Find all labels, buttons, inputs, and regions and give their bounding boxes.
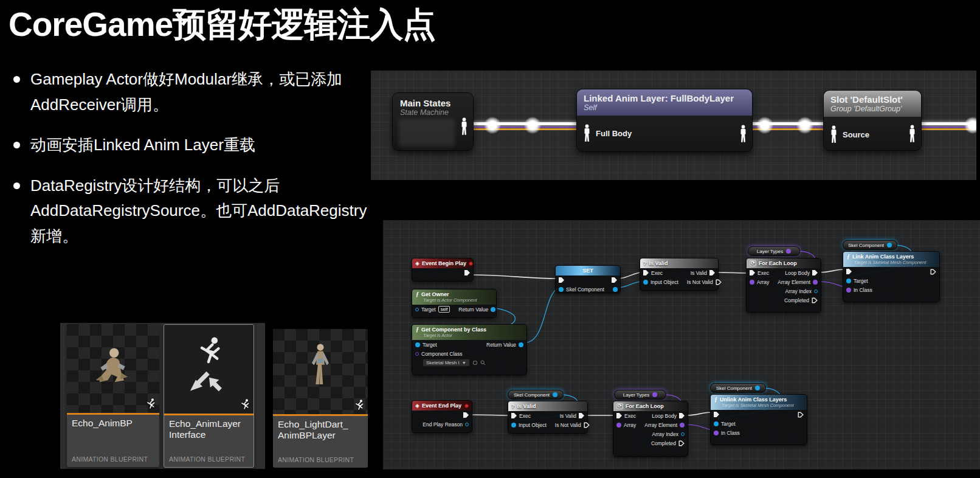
node-for-each-loop[interactable]: ⟳For Each Loop ExecLoop Body ArrayArray … <box>746 258 821 313</box>
return-value-output-pin[interactable] <box>519 342 523 347</box>
function-icon: ƒ <box>416 326 419 333</box>
node-event-end-play[interactable]: ◈Event End Play End Play Reason <box>412 400 472 433</box>
node-get-component-by-class[interactable]: ƒGet Component by Class Target is Actor … <box>412 324 527 375</box>
pin-label: Component Class <box>421 351 463 357</box>
exec-input-pin[interactable] <box>616 413 622 418</box>
input-object-pin[interactable] <box>511 423 516 428</box>
exec-output-pin[interactable] <box>612 277 617 283</box>
pin-label: Loop Body <box>785 270 810 276</box>
node-linked-anim-layer[interactable]: Linked Anim Layer: FullBodyLayer Self Fu… <box>576 89 753 152</box>
node-set-skel-component[interactable]: SET Skel Component <box>555 265 621 293</box>
node-title: Link Anim Class Layers <box>852 254 914 260</box>
loop-body-output-pin[interactable] <box>812 270 818 275</box>
pose-output-pin-icon[interactable] <box>908 125 916 143</box>
asset-name: Echo_LightDart_ AnimBPLayer <box>273 416 368 440</box>
anim-blueprint-badge-icon <box>144 398 157 411</box>
anim-graph-canvas[interactable]: Main States State Machine Linked Anim La… <box>371 71 976 180</box>
node-title: Get Component by Class <box>421 327 486 333</box>
input-object-pin[interactable] <box>643 280 648 285</box>
pose-input-pin-icon[interactable] <box>583 124 591 142</box>
target-input-pin[interactable] <box>714 421 719 426</box>
exec-output-pin[interactable] <box>464 270 470 275</box>
in-class-input-pin[interactable] <box>714 431 719 435</box>
var-skel-component[interactable]: Skel Component <box>710 383 766 393</box>
node-subtitle: Group 'DefaultGroup' <box>830 105 914 113</box>
chevron-down-icon: ▼ <box>462 361 466 365</box>
exec-output-pin[interactable] <box>798 412 804 418</box>
array-input-pin[interactable] <box>750 280 754 285</box>
pose-input-pin-icon[interactable] <box>830 125 838 144</box>
completed-output-pin[interactable] <box>678 440 685 446</box>
loop-body-output-pin[interactable] <box>679 413 685 418</box>
var-layer-types[interactable]: Layer Types <box>748 246 800 256</box>
target-input-pin[interactable] <box>415 342 420 347</box>
pin-label: Array Index <box>785 288 812 294</box>
node-for-each-loop[interactable]: ⟳For Each Loop ExecLoop Body ArrayArray … <box>613 401 688 457</box>
var-output-pin[interactable] <box>553 392 557 397</box>
is-not-valid-output-pin[interactable] <box>716 279 722 285</box>
is-valid-output-pin[interactable] <box>709 270 715 275</box>
value-input-pin[interactable] <box>559 287 564 292</box>
pose-output-pin-icon[interactable] <box>460 117 468 136</box>
completed-output-pin[interactable] <box>812 297 818 303</box>
return-value-output-pin[interactable] <box>491 307 495 312</box>
presentation-slide: CoreGame预留好逻辑注入点 Gameplay Actor做好Modular… <box>0 0 980 478</box>
use-selected-icon[interactable] <box>472 360 478 365</box>
exec-input-pin[interactable] <box>511 413 517 418</box>
array-index-output-pin[interactable] <box>814 289 818 293</box>
search-icon[interactable] <box>480 360 486 365</box>
wire-flow-glow <box>964 117 976 134</box>
node-title: Is Valid <box>517 403 536 409</box>
end-play-reason-output-pin[interactable] <box>465 423 469 426</box>
node-event-begin-play[interactable]: ◈Event Begin Play <box>412 258 474 282</box>
exec-output-pin[interactable] <box>463 412 469 418</box>
exec-output-pin[interactable] <box>930 269 936 275</box>
node-slot-defaultslot[interactable]: Slot 'DefaultSlot' Group 'DefaultGroup' … <box>823 90 922 151</box>
exec-input-pin[interactable] <box>559 277 564 283</box>
var-output-pin[interactable] <box>652 392 657 397</box>
var-output-pin[interactable] <box>786 249 791 254</box>
self-value-box[interactable]: self <box>438 306 450 313</box>
asset-card-echo-animbp[interactable]: Echo_AnimBP ANIMATION BLUEPRINT <box>67 324 159 467</box>
exec-input-pin[interactable] <box>714 412 719 417</box>
var-skel-component[interactable]: Skel Component <box>508 390 564 400</box>
pose-output-pin-icon[interactable] <box>739 125 747 143</box>
class-select-dropdown[interactable]: Skeletal Mesh I ▼ <box>423 359 470 367</box>
component-class-input-pin[interactable] <box>415 352 419 356</box>
target-input-pin[interactable] <box>846 279 851 283</box>
var-skel-component[interactable]: Skel Component <box>843 240 897 250</box>
value-output-pin[interactable] <box>613 287 618 292</box>
node-get-owner[interactable]: ƒGet Owner Target is Actor Component Tar… <box>412 289 497 318</box>
node-unlink-anim-class-layers[interactable]: ƒUnlink Anim Class Layers Target is Skel… <box>710 394 807 445</box>
exec-input-pin[interactable] <box>750 270 755 275</box>
array-index-output-pin[interactable] <box>681 432 685 436</box>
var-output-pin[interactable] <box>887 243 892 248</box>
exec-input-pin[interactable] <box>643 270 649 275</box>
bullet-dot-icon <box>13 182 20 189</box>
node-is-valid[interactable]: ?Is Valid ExecIs Valid Input ObjectIs No… <box>640 258 719 291</box>
var-layer-types[interactable]: Layer Types <box>614 390 666 400</box>
node-link-anim-class-layers[interactable]: ƒLink Anim Class Layers Target is Skelet… <box>843 251 940 302</box>
is-valid-output-pin[interactable] <box>579 413 584 418</box>
array-input-pin[interactable] <box>616 423 621 428</box>
loop-icon: ⟳ <box>750 260 756 267</box>
anim-blueprint-badge-icon <box>238 398 252 412</box>
asset-card-echo-lightdart-animbplayer[interactable]: Echo_LightDart_ AnimBPLayer ANIMATION BL… <box>273 329 368 468</box>
asset-name: Echo_AnimBP <box>67 415 159 429</box>
question-icon: ? <box>643 260 647 266</box>
target-input-pin[interactable] <box>415 308 419 311</box>
page-title: CoreGame预留好逻辑注入点 <box>9 2 435 47</box>
node-subtitle: Self <box>584 103 745 112</box>
pin-label: Target <box>423 342 437 348</box>
node-is-valid[interactable]: ?Is Valid ExecIs Valid Input ObjectIs No… <box>508 401 588 434</box>
array-element-output-pin[interactable] <box>680 423 685 428</box>
is-not-valid-output-pin[interactable] <box>584 422 590 428</box>
node-subtitle: State Machine <box>400 108 466 117</box>
asset-card-echo-animlayer-interface[interactable]: Echo_AnimLayer Interface ANIMATION BLUEP… <box>164 324 254 468</box>
var-output-pin[interactable] <box>755 386 760 390</box>
array-element-output-pin[interactable] <box>813 280 818 285</box>
in-class-input-pin[interactable] <box>846 288 851 293</box>
blueprint-graph-canvas[interactable]: ◈Event Begin Play ƒGet Owner Target is A… <box>383 220 980 469</box>
node-main-states[interactable]: Main States State Machine <box>392 92 474 151</box>
exec-input-pin[interactable] <box>846 269 852 274</box>
